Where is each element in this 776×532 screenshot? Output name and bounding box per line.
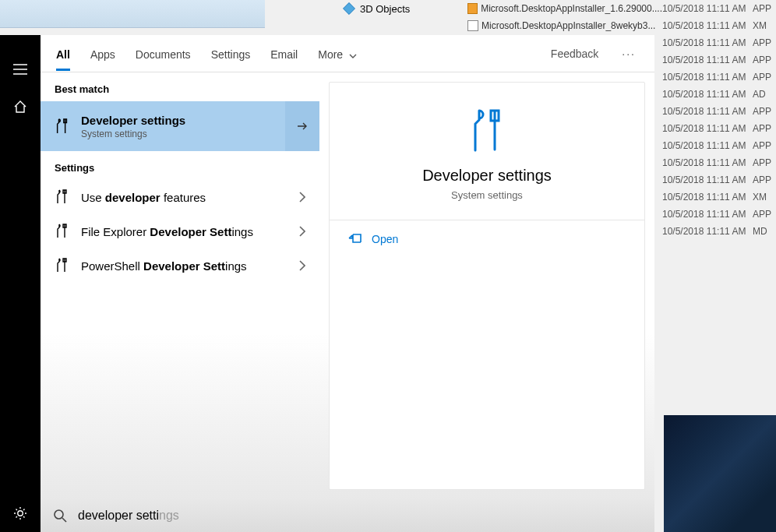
results-list: Best match Developer settings System set… <box>41 72 319 499</box>
navigation-rail <box>0 35 41 532</box>
result-title: File Explorer Developer Settings <box>81 225 253 238</box>
tab-apps[interactable]: Apps <box>90 37 115 70</box>
best-match-title: Developer settings <box>81 114 185 127</box>
section-best-match: Best match <box>41 72 319 101</box>
chevron-right-icon <box>299 260 305 271</box>
search-content: All Apps Documents Settings Email More F… <box>41 35 654 532</box>
detail-card: Developer settings System settings Open <box>329 82 645 490</box>
section-settings: Settings <box>41 151 319 180</box>
cube-icon <box>343 2 355 15</box>
hamburger-icon <box>13 64 27 75</box>
search-input[interactable]: developer settings <box>78 509 642 523</box>
settings-button[interactable] <box>0 495 41 532</box>
overflow-menu[interactable]: ··· <box>619 48 639 60</box>
home-button[interactable] <box>0 88 41 125</box>
wrench-screwdriver-icon <box>467 106 507 156</box>
bg-file-row: Microsoft.DesktopAppInstaller_1.6.29000.… <box>467 0 776 17</box>
best-match-expand[interactable] <box>285 101 319 151</box>
tab-documents[interactable]: Documents <box>136 37 191 70</box>
detail-pane: Developer settings System settings Open <box>319 72 654 499</box>
settings-result[interactable]: PowerShell Developer Settings <box>41 248 319 283</box>
chevron-down-icon <box>349 48 357 61</box>
best-match-subtitle: System settings <box>81 129 185 139</box>
result-title: PowerShell Developer Settings <box>81 259 247 273</box>
result-title: Use developer features <box>81 191 206 204</box>
hamburger-menu[interactable] <box>0 51 41 88</box>
settings-result[interactable]: Use developer features <box>41 180 319 214</box>
search-bar[interactable]: developer settings <box>41 499 654 532</box>
filter-tabs: All Apps Documents Settings Email More F… <box>41 35 654 72</box>
tab-more[interactable]: More <box>318 37 357 70</box>
tab-settings[interactable]: Settings <box>211 37 251 70</box>
chevron-right-icon <box>299 226 305 237</box>
home-icon <box>13 100 27 114</box>
settings-result[interactable]: File Explorer Developer Settings <box>41 214 319 248</box>
wrench-screwdriver-icon <box>55 224 70 239</box>
bg-folder-3d-objects: 3D Objects <box>343 0 410 17</box>
wrench-screwdriver-icon <box>55 258 70 273</box>
file-icon <box>467 20 478 31</box>
svg-point-0 <box>18 511 23 516</box>
detail-title: Developer settings <box>422 167 552 185</box>
bg-wallpaper <box>664 415 776 532</box>
feedback-link[interactable]: Feedback <box>551 48 598 60</box>
best-match-item[interactable]: Developer settings System settings <box>41 101 319 151</box>
bg-folder-label: 3D Objects <box>360 3 410 15</box>
bg-titlebar <box>0 0 265 28</box>
search-icon <box>53 509 67 523</box>
gear-icon <box>13 506 27 520</box>
tab-more-label: More <box>318 48 343 61</box>
wrench-screwdriver-icon <box>55 189 70 205</box>
open-icon <box>348 233 362 245</box>
arrow-right-icon <box>296 120 309 132</box>
chevron-right-icon <box>299 192 305 203</box>
open-action[interactable]: Open <box>330 220 644 258</box>
open-label: Open <box>372 233 398 245</box>
tab-all[interactable]: All <box>56 37 70 70</box>
svg-point-1 <box>55 510 63 519</box>
start-search-panel: All Apps Documents Settings Email More F… <box>0 35 654 532</box>
tab-email[interactable]: Email <box>270 37 298 70</box>
bg-file-row: Microsoft.DesktopAppInstaller_8wekyb3...… <box>467 17 776 34</box>
wrench-screwdriver-icon <box>55 118 70 134</box>
detail-subtitle: System settings <box>451 189 523 201</box>
file-icon <box>467 3 478 14</box>
results-body: Best match Developer settings System set… <box>41 72 654 499</box>
